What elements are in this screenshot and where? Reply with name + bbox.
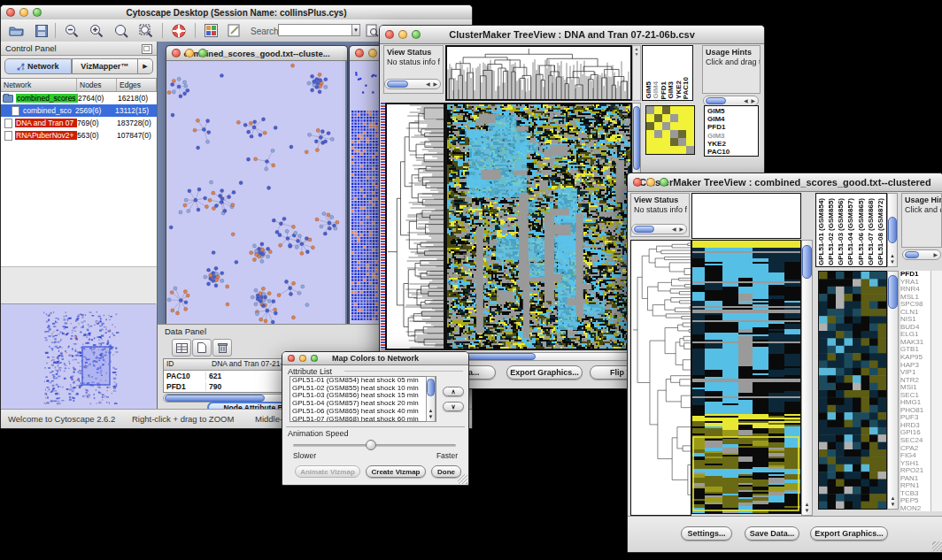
birdseye-view[interactable] (1, 303, 156, 409)
row-dendrogram[interactable] (385, 103, 445, 350)
resize-grip[interactable] (932, 541, 942, 551)
edit-page-icon[interactable] (226, 22, 243, 39)
data-panel-title: Data Panel (165, 326, 206, 336)
tab-overflow-button[interactable]: ▶ (138, 58, 153, 74)
heatmap-hscrollbar[interactable] (445, 352, 632, 361)
global-heatmap[interactable] (445, 103, 632, 350)
settings-button[interactable]: Settings... (681, 526, 732, 541)
resize-grip[interactable] (458, 474, 467, 484)
minimize-button[interactable] (398, 30, 407, 39)
column-label: GPL51-04 (GSM857) (847, 198, 854, 265)
dendrogram-scroll-arrows[interactable]: ▲▼ (632, 45, 641, 101)
folder-icon (3, 95, 13, 103)
row-dendrogram[interactable] (630, 240, 691, 516)
desktop: Cytoscape Desktop (Session Name: collins… (0, 0, 942, 560)
network-tree-row[interactable]: RNAPuberNov2+563(0)107847(0) (1, 129, 157, 142)
animate-vizmap-button[interactable]: Animate Vizmap (295, 465, 360, 478)
network-tree-row[interactable]: DNA and Tran 07769(0)183728(0) (1, 117, 157, 129)
list-item[interactable]: GPL51-07 (GSM868) heat shock 60 min (290, 416, 436, 422)
zoom-matrix[interactable] (645, 105, 695, 155)
status-left: Welcome to Cytoscape 2.6.2 (8, 414, 115, 424)
plugin-grid-icon[interactable] (203, 22, 220, 39)
treeview1-titlebar[interactable]: ClusterMaker TreeView : DNA and Tran 07-… (380, 26, 764, 44)
close-button[interactable] (633, 178, 642, 187)
delete-attribute-icon[interactable] (212, 339, 232, 357)
zoom-button[interactable] (311, 355, 318, 362)
slider-thumb[interactable] (366, 440, 376, 450)
minimize-button[interactable] (646, 178, 655, 187)
dialog-titlebar[interactable]: Map Colors to Network (282, 352, 468, 365)
treeview2-titlebar[interactable]: ClusterMaker TreeView : combined_scores_… (628, 173, 942, 192)
float-panel-icon[interactable] (142, 44, 152, 54)
usage-hints-scrollbar[interactable]: ▶ (902, 249, 941, 260)
window-controls (288, 355, 318, 362)
search-input[interactable] (278, 24, 352, 36)
column-dendrogram[interactable] (445, 45, 632, 101)
close-button[interactable] (172, 49, 181, 58)
zoom-button[interactable] (198, 49, 207, 58)
move-down-button[interactable]: ∨ (443, 402, 464, 411)
column-label: GIM3 (668, 81, 675, 99)
save-data-button[interactable]: Save Data... (745, 526, 799, 541)
close-button[interactable] (6, 8, 15, 17)
zoom-button[interactable] (660, 178, 668, 187)
close-button[interactable] (355, 49, 364, 58)
window-controls (633, 178, 668, 187)
column-label: GPL51-06 (GSM865) (858, 198, 865, 265)
animation-speed-label: Animation Speed (288, 429, 349, 438)
heatmap-vscrollbar[interactable]: ▲▼ (801, 240, 813, 516)
network-icon (17, 63, 25, 71)
zoom-selected-icon[interactable] (112, 22, 129, 39)
move-up-button[interactable]: ∧ (443, 387, 464, 396)
open-file-icon[interactable] (8, 22, 25, 39)
control-panel-header: Control Panel (1, 42, 157, 56)
gene-label-list: PFD1YRA1RNR4MSL1SPC98CLN1NIS1BUD4ELG1MAK… (900, 271, 930, 511)
status-right: Middle- (255, 414, 282, 424)
export-graphics-button[interactable]: Export Graphics... (506, 365, 583, 380)
column-label: GPL51-01 (GSM854) (818, 198, 825, 265)
minimize-button[interactable] (185, 49, 194, 58)
window-title: Cytoscape Desktop (Session Name: collins… (127, 8, 347, 18)
search-dropdown-arrow[interactable]: ▼ (351, 24, 360, 36)
help-lifebuoy-icon[interactable] (170, 22, 187, 39)
zoom-in-icon[interactable] (88, 22, 104, 39)
zoom-button[interactable] (33, 8, 42, 17)
zoom-out-icon[interactable] (63, 22, 80, 39)
matrix-row-labels: GIM5GIM4PFD1GIM3YKE2PAC10 (704, 105, 759, 157)
create-vizmap-button[interactable]: Create Vizmap (366, 465, 426, 478)
tab-network[interactable]: Network (4, 58, 72, 74)
save-icon[interactable] (33, 22, 50, 39)
network-canvas[interactable] (166, 61, 345, 325)
cytoscape-titlebar[interactable]: Cytoscape Desktop (Session Name: collins… (1, 5, 472, 20)
global-heatmap[interactable] (691, 240, 801, 514)
zoom-fit-icon[interactable] (137, 22, 154, 39)
close-button[interactable] (385, 30, 394, 39)
attribute-list-label: Attribute List (288, 367, 332, 376)
done-button[interactable]: Done (431, 465, 461, 478)
view-status-scrollbar[interactable]: ◀ ▶ (384, 79, 441, 89)
minimize-button[interactable] (368, 49, 377, 58)
zoom-heatmap[interactable] (818, 271, 887, 510)
network-tree-row[interactable]: combined_scores2764(0)16218(0) (1, 92, 157, 104)
attribute-list[interactable]: GPL51-01 (GSM854) heat shock 05 minGPL51… (290, 376, 436, 422)
network-window-titlebar[interactable]: combined_scores_good.txt--cluste... (166, 46, 347, 61)
view-status-scrollbar[interactable]: ◀ ▶ (631, 224, 687, 234)
new-attribute-icon[interactable] (192, 339, 212, 357)
tab-vizmapper[interactable]: VizMapper™ (72, 58, 139, 74)
network-tree-row[interactable]: combined_sco2569(6)13112(15) (1, 104, 157, 117)
export-graphics-button[interactable]: Export Graphics... (810, 526, 888, 541)
minimize-button[interactable] (19, 8, 28, 17)
control-panel-tabs: Network VizMapper™ ▶ (4, 58, 153, 74)
column-labels-scrollbar[interactable]: ▲▼ (887, 193, 898, 267)
zoom-heatmap-scrollbar[interactable]: ▲▼ (887, 271, 899, 510)
faster-label: Faster (436, 451, 458, 460)
attribute-list-scrollbar[interactable]: ▲▼ (426, 376, 436, 422)
close-button[interactable] (288, 355, 295, 362)
zoom-button[interactable] (412, 30, 421, 39)
gene-list-scrollbar[interactable] (930, 271, 942, 511)
list-item[interactable]: MON2 (900, 505, 930, 511)
column-dendrogram[interactable] (691, 193, 801, 239)
minimize-button[interactable] (299, 355, 306, 362)
attribute-table-icon[interactable] (172, 339, 191, 357)
row-label: GIM4 (707, 115, 758, 123)
